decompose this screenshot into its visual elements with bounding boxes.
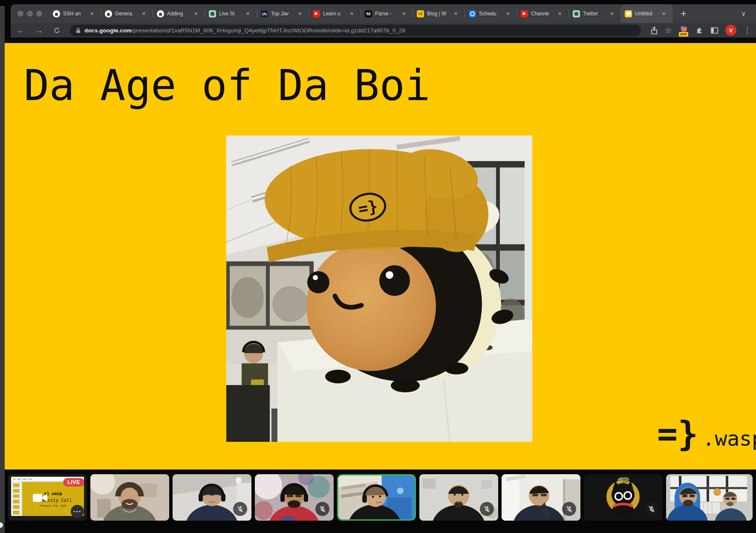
tab-label: Parse - xyxy=(375,11,399,17)
tab-ssh[interactable]: SSH an ✕ xyxy=(49,4,101,23)
tab-live-st[interactable]: Live St ✕ xyxy=(205,4,257,23)
browser-menu-icon[interactable]: ⋮ xyxy=(744,27,751,34)
mic-muted-icon xyxy=(315,502,329,516)
participant-tile-5-active-speaker[interactable] xyxy=(337,474,416,521)
content-divider xyxy=(5,37,756,43)
share-icon[interactable] xyxy=(651,26,658,35)
tab-close-icon[interactable]: ✕ xyxy=(142,11,146,17)
reload-button[interactable] xyxy=(53,27,61,34)
google-slides-icon xyxy=(625,10,632,17)
github-icon xyxy=(157,10,164,17)
tab-parse[interactable]: M Parse - ✕ xyxy=(361,4,413,23)
tab-label: Untitled xyxy=(635,11,659,17)
tab-close-icon[interactable]: ✕ xyxy=(558,11,562,17)
mic-muted-icon xyxy=(562,502,576,516)
more-options-button[interactable]: ··· xyxy=(71,505,84,518)
forward-button[interactable]: → xyxy=(35,26,43,35)
toolbar-actions: ☆ OFF V ⋮ xyxy=(651,25,756,36)
svg-text:=}: =} xyxy=(357,197,379,219)
tab-close-icon[interactable]: ✕ xyxy=(454,11,458,17)
participant-tile-4[interactable] xyxy=(255,474,334,521)
a-badge-icon: (A) xyxy=(261,10,268,17)
tab-search-chevron-icon[interactable]: ∨ xyxy=(741,4,746,23)
tab-learn-u[interactable]: Learn u ✕ xyxy=(309,4,361,23)
tab-untitled-active[interactable]: Untitled ✕ xyxy=(621,4,673,23)
tab-label: Live St xyxy=(219,11,243,17)
tab-close-icon[interactable]: ✕ xyxy=(298,11,302,17)
tab-strip: SSH an ✕ Genera ✕ Adding ✕ Live St ✕ (A)… xyxy=(11,4,756,23)
youtube-icon xyxy=(521,10,528,17)
mic-muted-icon xyxy=(480,502,494,516)
bookmark-star-icon[interactable]: ☆ xyxy=(665,26,672,35)
youtube-icon xyxy=(313,10,320,17)
presentation-slide: Da Age of Da Boi xyxy=(5,43,756,470)
participant-tile-8-cat-avatar[interactable] xyxy=(584,474,663,521)
tab-label: Top Jav xyxy=(271,11,295,17)
side-panel-icon[interactable] xyxy=(711,27,718,34)
tab-close-icon[interactable]: ✕ xyxy=(662,11,666,17)
tab-label: Twitter xyxy=(583,11,607,17)
mic-muted-icon xyxy=(233,502,247,516)
mini-slide-thumbnails xyxy=(11,482,22,516)
tab-adding[interactable]: Adding ✕ xyxy=(153,4,205,23)
desktop-edge-strip xyxy=(0,6,5,533)
zoom-window-button[interactable] xyxy=(36,11,42,17)
tab-label: SSH an xyxy=(63,11,87,17)
github-icon xyxy=(53,10,60,17)
tab-close-icon[interactable]: ✕ xyxy=(402,11,406,17)
medium-icon: M xyxy=(365,10,372,17)
lock-icon xyxy=(76,28,81,33)
tab-close-icon[interactable]: ✕ xyxy=(506,11,510,17)
screen-share-tile[interactable]: =} wasp Community Call February 17th, 20… xyxy=(8,474,87,521)
minimize-window-button[interactable] xyxy=(27,11,33,17)
wasp-logo: =} .wasp xyxy=(657,417,756,451)
participant-tile-2[interactable] xyxy=(90,474,169,521)
tab-close-icon[interactable]: ✕ xyxy=(246,11,250,17)
extensions-puzzle-icon[interactable] xyxy=(696,26,704,34)
tab-channel[interactable]: Channe ✕ xyxy=(517,4,569,23)
bee-plush-photo: =} xyxy=(226,135,532,442)
wasp-icon: =} xyxy=(417,10,424,17)
wasp-logo-glyph: =} xyxy=(657,417,698,451)
live-badge: LIVE xyxy=(63,478,84,487)
tabs: SSH an ✕ Genera ✕ Adding ✕ Live St ✕ (A)… xyxy=(49,4,673,23)
browser-toolbar: ← → docs.google.com/presentation/d/1xaR5… xyxy=(11,23,756,37)
tab-label: Adding xyxy=(167,11,191,17)
green-app-icon xyxy=(573,10,580,17)
profile-avatar[interactable]: V xyxy=(725,25,736,36)
tab-close-icon[interactable]: ✕ xyxy=(90,11,94,17)
camera-icon xyxy=(32,493,48,505)
window-controls[interactable] xyxy=(17,11,42,17)
background-person xyxy=(242,342,268,388)
back-button[interactable]: ← xyxy=(17,26,25,35)
close-window-button[interactable] xyxy=(17,11,23,17)
url-path: /presentation/d/1xaR5N1M_806_XHngumjl_Q4… xyxy=(132,27,405,34)
tab-close-icon[interactable]: ✕ xyxy=(350,11,354,17)
video-call-filmstrip: =} wasp Community Call February 17th, 20… xyxy=(0,474,756,521)
tab-close-icon[interactable]: ✕ xyxy=(610,11,614,17)
tab-label: Learn u xyxy=(323,11,347,17)
tab-label: Blog | W xyxy=(427,11,451,17)
tab-schedule[interactable]: Schedu ✕ xyxy=(465,4,517,23)
browser-window: SSH an ✕ Genera ✕ Adding ✕ Live St ✕ (A)… xyxy=(11,4,756,37)
participant-tile-9-two-people[interactable] xyxy=(666,474,753,521)
tab-label: Schedu xyxy=(479,11,503,17)
participant-tile-6[interactable] xyxy=(419,474,498,521)
participant-tile-3[interactable] xyxy=(173,474,251,521)
slide-title: Da Age of Da Boi xyxy=(24,63,430,109)
tab-general[interactable]: Genera ✕ xyxy=(101,4,153,23)
url-domain: docs.google.com xyxy=(84,27,132,34)
tab-blog[interactable]: =} Blog | W ✕ xyxy=(413,4,465,23)
tab-top-jav[interactable]: (A) Top Jav ✕ xyxy=(257,4,309,23)
green-app-icon xyxy=(209,10,216,17)
extension-off-icon[interactable]: OFF xyxy=(679,26,689,35)
extension-off-badge: OFF xyxy=(679,32,688,37)
tab-twitter[interactable]: Twitter ✕ xyxy=(569,4,621,23)
tab-label: Genera xyxy=(115,11,139,17)
new-tab-button[interactable]: + xyxy=(681,8,687,20)
tab-close-icon[interactable]: ✕ xyxy=(194,11,198,17)
blue-o-icon xyxy=(469,10,476,17)
tab-label: Channe xyxy=(531,11,555,17)
participant-tile-7[interactable] xyxy=(502,474,580,521)
url-bar[interactable]: docs.google.com/presentation/d/1xaR5N1M_… xyxy=(70,25,641,36)
